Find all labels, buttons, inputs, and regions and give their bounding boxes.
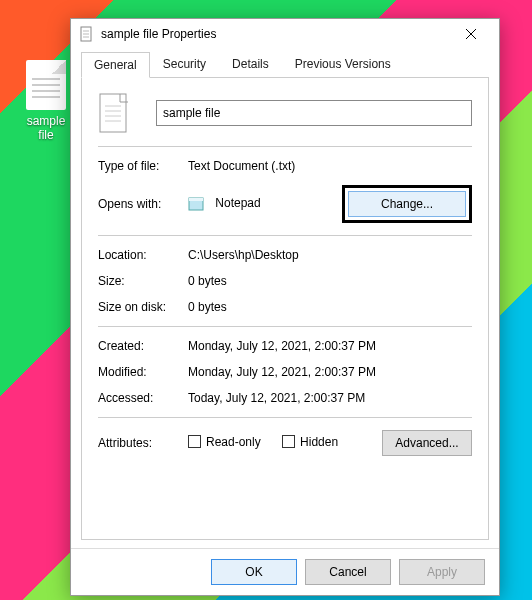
- tab-previous-versions[interactable]: Previous Versions: [282, 51, 404, 77]
- value-location: C:\Users\hp\Desktop: [188, 248, 472, 262]
- label-accessed: Accessed:: [98, 391, 188, 405]
- checkbox-icon: [188, 435, 201, 448]
- checkbox-read-only[interactable]: Read-only: [188, 435, 261, 449]
- value-modified: Monday, July 12, 2021, 2:00:37 PM: [188, 365, 472, 379]
- filename-input[interactable]: [156, 100, 472, 126]
- close-button[interactable]: [451, 20, 491, 48]
- cancel-button[interactable]: Cancel: [305, 559, 391, 585]
- value-size: 0 bytes: [188, 274, 472, 288]
- label-attributes: Attributes:: [98, 436, 188, 450]
- change-button[interactable]: Change...: [348, 191, 466, 217]
- label-opens-with: Opens with:: [98, 197, 188, 211]
- label-size-on-disk: Size on disk:: [98, 300, 188, 314]
- properties-dialog: sample file Properties General Security …: [70, 18, 500, 596]
- label-modified: Modified:: [98, 365, 188, 379]
- svg-rect-12: [189, 198, 203, 201]
- tab-security[interactable]: Security: [150, 51, 219, 77]
- text-file-icon: [26, 60, 66, 110]
- dialog-footer: OK Cancel Apply: [71, 548, 499, 595]
- label-size: Size:: [98, 274, 188, 288]
- titlebar: sample file Properties: [71, 19, 499, 49]
- general-panel: Type of file: Text Document (.txt) Opens…: [81, 78, 489, 540]
- ok-button[interactable]: OK: [211, 559, 297, 585]
- value-created: Monday, July 12, 2021, 2:00:37 PM: [188, 339, 472, 353]
- tab-general[interactable]: General: [81, 52, 150, 78]
- notepad-icon: [188, 196, 206, 212]
- desktop-file-label: sample file: [18, 114, 74, 142]
- checkbox-read-only-label: Read-only: [206, 435, 261, 449]
- advanced-button[interactable]: Advanced...: [382, 430, 472, 456]
- value-type-of-file: Text Document (.txt): [188, 159, 472, 173]
- value-opens-with: Notepad: [215, 196, 260, 210]
- tab-details[interactable]: Details: [219, 51, 282, 77]
- label-type-of-file: Type of file:: [98, 159, 188, 173]
- close-icon: [466, 29, 476, 39]
- value-size-on-disk: 0 bytes: [188, 300, 472, 314]
- apply-button[interactable]: Apply: [399, 559, 485, 585]
- dialog-title: sample file Properties: [101, 27, 451, 41]
- checkbox-hidden[interactable]: Hidden: [282, 435, 338, 449]
- title-file-icon: [79, 26, 95, 42]
- checkbox-icon: [282, 435, 295, 448]
- change-highlight: Change...: [342, 185, 472, 223]
- svg-rect-6: [100, 94, 126, 132]
- file-type-icon: [98, 92, 132, 134]
- value-accessed: Today, July 12, 2021, 2:00:37 PM: [188, 391, 472, 405]
- checkbox-hidden-label: Hidden: [300, 435, 338, 449]
- desktop-file-icon[interactable]: sample file: [18, 60, 74, 142]
- tab-strip: General Security Details Previous Versio…: [81, 51, 489, 78]
- label-location: Location:: [98, 248, 188, 262]
- label-created: Created:: [98, 339, 188, 353]
